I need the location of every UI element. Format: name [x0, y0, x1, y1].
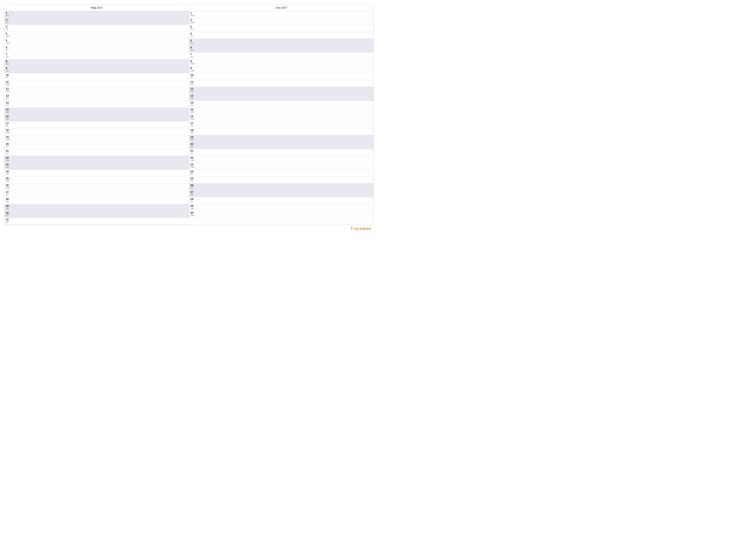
day-number: 13: [6, 94, 11, 97]
day-row[interactable]: 29DIS: [5, 204, 189, 211]
day-info: 23DIU: [6, 163, 11, 168]
day-row[interactable]: 9DIU: [5, 66, 189, 73]
day-name: DMT: [191, 160, 195, 161]
day-row[interactable]: 30DIU: [5, 211, 189, 218]
day-row[interactable]: 17DIL: [5, 121, 189, 128]
day-info: 5DIS: [191, 39, 195, 44]
day-row[interactable]: 1DIS: [5, 11, 189, 18]
day-row[interactable]: 23DMC: [189, 163, 374, 170]
day-name: DIJ: [191, 125, 195, 127]
day-row[interactable]: 5DIS: [189, 39, 374, 46]
day-row[interactable]: 13DIU: [189, 94, 374, 101]
day-info: 1DIS: [6, 12, 11, 16]
day-row[interactable]: 31DIL: [5, 218, 189, 225]
day-number: 13: [191, 94, 195, 97]
day-name: DMC: [6, 187, 11, 189]
day-row[interactable]: 29DMT: [189, 204, 374, 211]
day-number: 15: [191, 108, 195, 111]
day-info: 2DIU: [6, 18, 11, 23]
day-row[interactable]: 4DIV: [189, 32, 374, 39]
day-name: DMT: [191, 63, 195, 65]
month-header-0: Maig 2027: [5, 5, 189, 11]
day-row[interactable]: 10DIL: [5, 73, 189, 80]
day-row[interactable]: 17DIJ: [189, 121, 374, 128]
day-info: 20DIU: [191, 142, 195, 147]
day-number: 20: [6, 142, 11, 145]
day-row[interactable]: 20DIJ: [5, 142, 189, 149]
day-row[interactable]: 10DIJ: [189, 73, 374, 80]
day-row[interactable]: 2DIU: [5, 18, 189, 25]
day-row[interactable]: 3DIL: [5, 25, 189, 32]
day-number: 24: [191, 170, 195, 173]
day-row[interactable]: 15DIS: [5, 108, 189, 114]
day-row[interactable]: 11DIV: [189, 80, 374, 87]
day-row[interactable]: 30DMC: [189, 211, 374, 218]
day-row[interactable]: 5DMC: [5, 39, 189, 46]
day-number: 1: [6, 12, 11, 15]
day-name: DIS: [6, 63, 11, 65]
day-row[interactable]: 28DIL: [189, 197, 374, 204]
day-row[interactable]: 7DIV: [5, 53, 189, 60]
day-name: DMC: [191, 166, 195, 168]
day-row[interactable]: 25DMT: [5, 177, 189, 184]
day-row[interactable]: 19DMC: [5, 135, 189, 142]
day-number: 1: [191, 12, 195, 15]
day-row[interactable]: 22DIS: [5, 156, 189, 163]
day-row[interactable]: 1DMT: [189, 11, 374, 18]
day-info: 14DIL: [191, 101, 195, 106]
day-row[interactable]: 22DMT: [189, 156, 374, 163]
day-name: DIU: [191, 194, 195, 196]
calendar-grid: Maig 20271DIS2DIU3DIL4DMT5DMC6DIJ7DIV8DI…: [4, 4, 374, 225]
day-number: 16: [6, 115, 11, 118]
day-name: DIU: [6, 70, 11, 72]
day-row[interactable]: 19DIS: [189, 135, 374, 142]
day-name: DMC: [191, 118, 195, 120]
day-row[interactable]: 24DIL: [5, 170, 189, 177]
day-row[interactable]: 26DIS: [189, 184, 374, 191]
day-number: 28: [6, 198, 11, 201]
day-row[interactable]: 26DMC: [5, 184, 189, 191]
day-row[interactable]: 6DIU: [189, 46, 374, 53]
day-row[interactable]: 27DIJ: [5, 191, 189, 197]
day-info: 17DIJ: [191, 122, 195, 127]
day-row[interactable]: 18DMT: [5, 128, 189, 135]
day-row[interactable]: 11DMT: [5, 80, 189, 87]
day-row[interactable]: 20DIU: [189, 142, 374, 149]
day-number: 22: [6, 156, 11, 159]
day-row[interactable]: 18DIV: [189, 128, 374, 135]
day-row[interactable]: 14DIV: [5, 101, 189, 108]
day-number: 29: [6, 205, 11, 208]
day-row[interactable]: 23DIU: [5, 163, 189, 170]
day-row[interactable]: 24DIJ: [189, 170, 374, 177]
day-row[interactable]: 28DIV: [5, 197, 189, 204]
day-number: 8: [6, 60, 11, 63]
day-row[interactable]: 2DMC: [189, 18, 374, 25]
day-row[interactable]: 8DMT: [189, 60, 374, 66]
day-row[interactable]: 3DIJ: [189, 25, 374, 32]
day-number: 25: [6, 177, 11, 180]
day-info: 16DIU: [6, 115, 11, 120]
day-number: 24: [6, 170, 11, 173]
day-row[interactable]: 14DIL: [189, 101, 374, 108]
day-name: DMC: [191, 22, 195, 23]
day-row[interactable]: 8DIS: [5, 60, 189, 66]
day-row[interactable]: 13DIJ: [5, 94, 189, 101]
day-number: 27: [6, 191, 11, 194]
day-row[interactable]: 6DIJ: [5, 46, 189, 53]
day-row[interactable]: 16DMC: [189, 114, 374, 121]
day-row[interactable]: 7DIL: [189, 53, 374, 60]
footer-bar: 7 CALENDAR: [4, 225, 374, 232]
day-row[interactable]: 21DIV: [5, 149, 189, 156]
day-row[interactable]: 27DIU: [189, 191, 374, 197]
day-row[interactable]: 21DIL: [189, 149, 374, 156]
day-number: 26: [191, 184, 195, 187]
day-row[interactable]: 15DMT: [189, 108, 374, 114]
day-row[interactable]: 16DIU: [5, 114, 189, 121]
day-row[interactable]: 4DMT: [5, 32, 189, 39]
day-row[interactable]: 25DIV: [189, 177, 374, 184]
day-row[interactable]: 9DMC: [189, 66, 374, 73]
day-row[interactable]: 12DMC: [5, 87, 189, 94]
day-name: DIS: [191, 139, 195, 140]
day-name: DMC: [6, 139, 11, 140]
day-row[interactable]: 12DIS: [189, 87, 374, 94]
